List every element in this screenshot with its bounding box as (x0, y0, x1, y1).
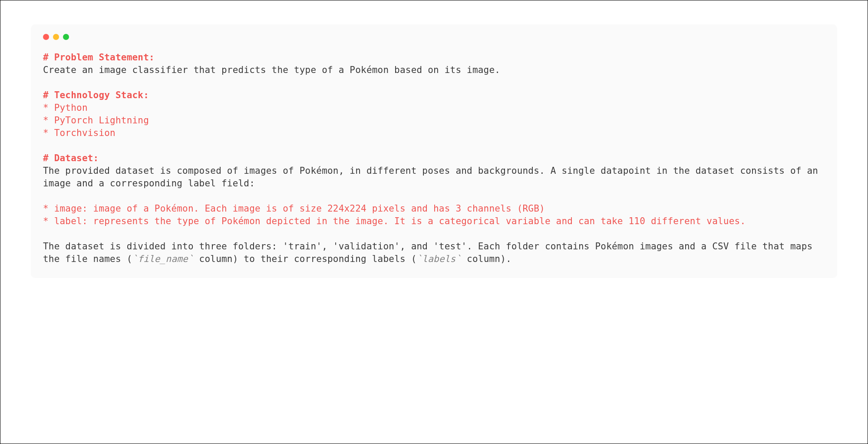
dataset-field-image: * image: image of a Pokémon. Each image … (43, 203, 545, 214)
problem-text: Create an image classifier that predicts… (43, 65, 500, 75)
inline-code-labels: `labels` (417, 254, 462, 264)
heading-problem: # Problem Statement: (43, 52, 155, 63)
heading-stack: # Technology Stack: (43, 90, 149, 100)
heading-dataset: # Dataset: (43, 153, 99, 163)
inline-code-file-name: `file_name` (132, 254, 194, 264)
traffic-zoom-icon (63, 34, 69, 40)
stack-item-3: * Torchvision (43, 128, 116, 138)
document-body: # Problem Statement: Create an image cla… (43, 51, 825, 265)
dataset-intro: The provided dataset is composed of imag… (43, 166, 824, 189)
code-card: # Problem Statement: Create an image cla… (31, 24, 837, 278)
stack-item-2: * PyTorch Lightning (43, 115, 149, 126)
folders-text-3: column). (461, 254, 512, 264)
window-traffic-lights (43, 34, 825, 40)
stack-item-1: * Python (43, 103, 88, 113)
page-frame: # Problem Statement: Create an image cla… (0, 0, 868, 444)
folders-text-2: column) to their corresponding labels ( (194, 254, 417, 264)
dataset-field-label: * label: represents the type of Pokémon … (43, 216, 746, 226)
traffic-minimize-icon (53, 34, 59, 40)
traffic-close-icon (43, 34, 49, 40)
